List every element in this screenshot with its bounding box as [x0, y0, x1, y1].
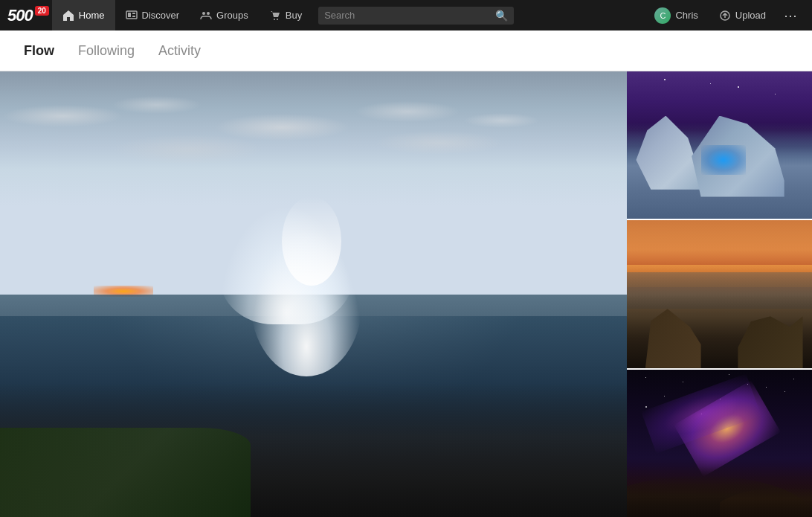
tab-activity-label: Activity: [158, 43, 201, 59]
logo-text: 500: [7, 6, 33, 25]
svg-point-4: [202, 12, 205, 15]
logo[interactable]: 500 20: [7, 6, 49, 25]
middle-right-photo[interactable]: [627, 219, 812, 367]
top-right-photo[interactable]: [627, 71, 812, 219]
nav-home-label: Home: [79, 10, 105, 21]
more-menu[interactable]: ⋯: [776, 0, 805, 30]
star: [784, 391, 785, 392]
upload-button[interactable]: Upload: [709, 0, 776, 30]
subnav: Flow Following Activity: [0, 30, 812, 71]
svg-point-6: [274, 19, 275, 20]
star: [793, 379, 794, 379]
star: [645, 406, 647, 408]
tab-following[interactable]: Following: [66, 30, 146, 71]
nav-groups-label: Groups: [216, 10, 248, 21]
svg-point-7: [277, 19, 278, 20]
nav-home[interactable]: Home: [52, 0, 115, 30]
svg-point-5: [207, 12, 210, 15]
ice-scene-image: [627, 71, 812, 219]
tab-activity[interactable]: Activity: [146, 30, 213, 71]
tab-following-label: Following: [78, 43, 135, 59]
star-3: [775, 94, 776, 94]
ocean-wave-image: [0, 71, 627, 517]
notification-badge: 20: [35, 6, 49, 16]
star: [766, 387, 767, 388]
nav-discover[interactable]: Discover: [115, 0, 190, 30]
svg-rect-1: [128, 13, 131, 17]
wave-peak: [282, 196, 341, 286]
star: [729, 374, 729, 375]
galaxy-scene-image: [627, 370, 812, 517]
discover-icon: [126, 10, 138, 22]
search-box[interactable]: 🔍: [318, 7, 514, 25]
nav-discover-label: Discover: [142, 10, 180, 21]
search-icon[interactable]: 🔍: [495, 10, 508, 22]
svg-rect-2: [132, 13, 135, 14]
star-2: [738, 86, 739, 88]
star: [683, 382, 683, 382]
search-input[interactable]: [324, 10, 495, 21]
rocky-scene-image: [627, 220, 812, 367]
star: [645, 377, 646, 378]
nav-right-section: C Chris Upload ⋯: [644, 0, 805, 30]
nav-buy[interactable]: Buy: [259, 0, 312, 30]
groups-icon: [200, 10, 212, 22]
ice-glow: [701, 145, 746, 175]
bottom-right-photo[interactable]: [627, 368, 812, 517]
navbar: 500 20 Home Discover Groups Buy: [0, 0, 812, 30]
photo-grid: [0, 71, 812, 517]
nav-groups[interactable]: Groups: [190, 0, 259, 30]
star-4: [710, 83, 711, 84]
avatar: C: [654, 7, 671, 24]
star: [664, 396, 665, 396]
buy-icon: [269, 10, 281, 22]
user-menu[interactable]: C Chris: [644, 0, 708, 30]
upload-label: Upload: [735, 10, 766, 21]
nav-buy-label: Buy: [286, 10, 302, 21]
tab-flow[interactable]: Flow: [12, 30, 66, 71]
username-label: Chris: [675, 10, 697, 21]
svg-rect-3: [132, 16, 135, 17]
main-photo[interactable]: [0, 71, 627, 517]
home-icon: [62, 10, 74, 22]
photo-sidebar: [627, 71, 812, 517]
tab-flow-label: Flow: [24, 43, 54, 59]
upload-icon: [719, 10, 731, 22]
mossy-rock: [0, 428, 251, 517]
more-icon: ⋯: [784, 7, 797, 24]
star-1: [664, 79, 666, 80]
